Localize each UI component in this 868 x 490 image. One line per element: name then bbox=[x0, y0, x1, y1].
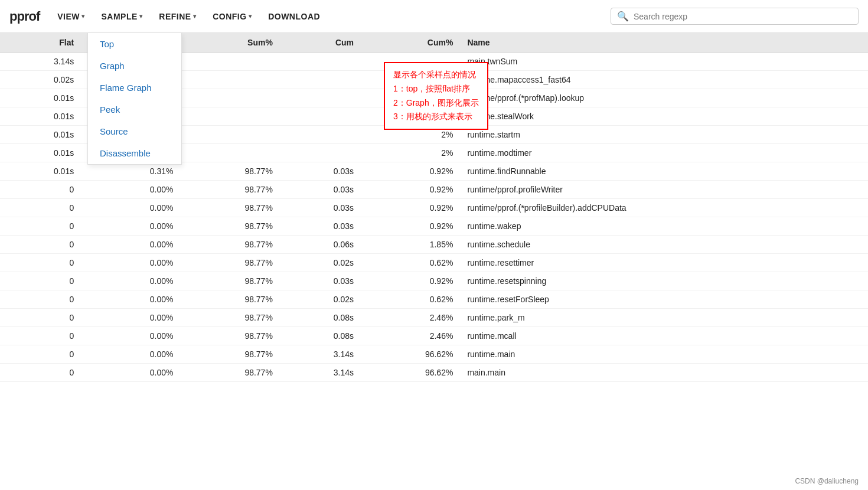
cell-value: 0.00% bbox=[81, 217, 180, 236]
search-input[interactable] bbox=[634, 12, 852, 21]
cell-value: 98.77% bbox=[181, 364, 280, 382]
cell-value: 98.77% bbox=[181, 290, 280, 309]
cell-value: 96.62% bbox=[361, 345, 460, 364]
table-row: 00.00%98.77%3.14s96.62%runtime.main bbox=[0, 345, 868, 364]
cell-value: 0.92% bbox=[361, 217, 460, 236]
cell-value: 0 bbox=[0, 254, 81, 272]
cell-name: runtime.mapaccess1_fast64 bbox=[460, 71, 868, 89]
dropdown-item-source[interactable]: Source bbox=[88, 120, 181, 142]
cell-value: 0.08s bbox=[280, 309, 361, 327]
col-cum-pct: Cum% bbox=[361, 33, 460, 53]
cell-value bbox=[181, 126, 280, 144]
cell-value: 0 bbox=[0, 290, 81, 309]
cell-name: runtime/pprof.(*profileBuilder).addCPUDa… bbox=[460, 199, 868, 217]
table-row: 00.00%98.77%0.06s1.85%runtime.schedule bbox=[0, 236, 868, 254]
cell-value bbox=[280, 89, 361, 107]
dropdown-item-graph[interactable]: Graph bbox=[88, 55, 181, 77]
table-row: 0.01s0.31%98.77%0.03s0.92%runtime.findRu… bbox=[0, 162, 868, 181]
cell-value bbox=[280, 126, 361, 144]
cell-name: runtime.schedule bbox=[460, 236, 868, 254]
cell-value bbox=[280, 53, 361, 71]
annotation-line-3: 3：用栈的形式来表示 bbox=[393, 110, 479, 124]
cell-value: 98.77% bbox=[181, 181, 280, 199]
cell-value: 3.14s bbox=[280, 364, 361, 382]
table-row: 00.00%98.77%0.08s2.46%runtime.mcall bbox=[0, 327, 868, 345]
table-row: 00.00%98.77%0.03s0.92%runtime.wakep bbox=[0, 217, 868, 236]
nav-download-label: DOWNLOAD bbox=[268, 12, 320, 21]
cell-value: 0 bbox=[0, 217, 81, 236]
cell-value: 0.03s bbox=[280, 272, 361, 290]
nav-sample-label: SAMPLE bbox=[101, 12, 137, 21]
table-row: 00.00%98.77%0.03s0.92%runtime/pprof.(*pr… bbox=[0, 199, 868, 217]
dropdown-item-disassemble[interactable]: Disassemble bbox=[88, 142, 181, 164]
table-row: 00.00%98.77%0.02s0.62%runtime.resettimer bbox=[0, 254, 868, 272]
search-box: 🔍 bbox=[611, 8, 859, 25]
cell-value: 0 bbox=[0, 364, 81, 382]
dropdown-item-peek[interactable]: Peek bbox=[88, 99, 181, 120]
annotation-line-2: 2：Graph，图形化展示 bbox=[393, 96, 479, 110]
cell-name: runtime.main bbox=[460, 345, 868, 364]
cell-value bbox=[181, 53, 280, 71]
cell-value: 2.46% bbox=[361, 309, 460, 327]
cell-value: 3.14s bbox=[280, 345, 361, 364]
cell-value: 98.77% bbox=[181, 162, 280, 181]
col-name: Name bbox=[460, 33, 868, 53]
cell-value: 0.62% bbox=[361, 254, 460, 272]
dropdown-item-top[interactable]: Top bbox=[88, 33, 181, 55]
cell-value: 0.00% bbox=[81, 236, 180, 254]
nav-refine-label: REFINE bbox=[159, 12, 191, 21]
table-row: 00.00%98.77%0.02s0.62%runtime.resetForSl… bbox=[0, 290, 868, 309]
footer-text: CSDN @daliucheng bbox=[795, 477, 859, 485]
cell-name: runtime.mcall bbox=[460, 327, 868, 345]
cell-value: 0.01s bbox=[0, 144, 81, 162]
cell-name: runtime.resetForSleep bbox=[460, 290, 868, 309]
cell-name: runtime.findRunnable bbox=[460, 162, 868, 181]
table-row: 00.00%98.77%0.08s2.46%runtime.park_m bbox=[0, 309, 868, 327]
cell-value bbox=[280, 71, 361, 89]
cell-value: 2% bbox=[361, 144, 460, 162]
cell-value bbox=[280, 144, 361, 162]
cell-value: 0 bbox=[0, 236, 81, 254]
nav-config-arrow: ▾ bbox=[249, 13, 252, 19]
annotation-box: 显示各个采样点的情况 1：top，按照flat排序 2：Graph，图形化展示 … bbox=[384, 62, 488, 130]
cell-value: 0.03s bbox=[280, 217, 361, 236]
cell-value: 0 bbox=[0, 345, 81, 364]
header: pprof VIEW ▾ SAMPLE ▾ REFINE ▾ CONFIG ▾ … bbox=[0, 0, 868, 33]
cell-value: 0 bbox=[0, 199, 81, 217]
cell-value: 0.92% bbox=[361, 162, 460, 181]
cell-value: 0.00% bbox=[81, 199, 180, 217]
nav-config-label: CONFIG bbox=[213, 12, 246, 21]
cell-value: 0 bbox=[0, 327, 81, 345]
cell-value: 0.02s bbox=[280, 254, 361, 272]
cell-value: 0.00% bbox=[81, 364, 180, 382]
cell-value bbox=[181, 144, 280, 162]
cell-value: 0.92% bbox=[361, 199, 460, 217]
footer: CSDN @daliucheng bbox=[795, 477, 859, 485]
nav-view[interactable]: VIEW ▾ bbox=[51, 8, 90, 25]
cell-value: 0.02s bbox=[0, 71, 81, 89]
cell-value: 0.06s bbox=[280, 236, 361, 254]
cell-name: runtime.resettimer bbox=[460, 254, 868, 272]
cell-name: runtime/pprof.(*profMap).lookup bbox=[460, 89, 868, 107]
cell-value: 1.85% bbox=[361, 236, 460, 254]
annotation-line-0: 显示各个采样点的情况 bbox=[393, 68, 479, 82]
cell-value: 0.03s bbox=[280, 199, 361, 217]
dropdown-item-flame-graph[interactable]: Flame Graph bbox=[88, 77, 181, 99]
cell-value: 0.00% bbox=[81, 254, 180, 272]
cell-value: 0.01s bbox=[0, 89, 81, 107]
cell-value: 0.00% bbox=[81, 345, 180, 364]
cell-value: 98.77% bbox=[181, 236, 280, 254]
nav-download[interactable]: DOWNLOAD bbox=[262, 8, 326, 25]
cell-value: 96.62% bbox=[361, 364, 460, 382]
cell-value bbox=[181, 71, 280, 89]
nav-sample[interactable]: SAMPLE ▾ bbox=[95, 8, 148, 25]
nav-refine[interactable]: REFINE ▾ bbox=[153, 8, 202, 25]
cell-name: runtime/pprof.profileWriter bbox=[460, 181, 868, 199]
cell-value: 0.03s bbox=[280, 162, 361, 181]
cell-value: 98.77% bbox=[181, 345, 280, 364]
table-row: 00.00%98.77%0.03s0.92%runtime/pprof.prof… bbox=[0, 181, 868, 199]
cell-value: 0.62% bbox=[361, 290, 460, 309]
nav-config[interactable]: CONFIG ▾ bbox=[207, 8, 257, 25]
cell-value: 0.01s bbox=[0, 126, 81, 144]
cell-name: runtime.park_m bbox=[460, 309, 868, 327]
